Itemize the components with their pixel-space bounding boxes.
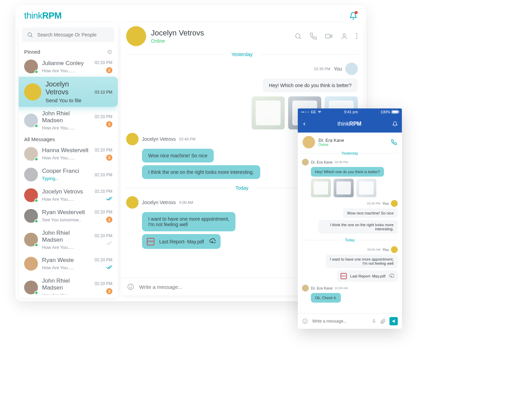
search-button[interactable] (294, 32, 302, 40)
svg-rect-15 (373, 319, 375, 322)
conversation-item[interactable]: Julianne Conley How Are You...... 02:20 … (19, 56, 118, 77)
conversation-item[interactable]: John Rhiel Madsen How Are You..... 02:20… (19, 226, 118, 253)
emoji-button[interactable] (127, 283, 134, 291)
chat-header: Jocelyn Vetrovs Online (121, 23, 363, 50)
sender-name: Dr. Era Kane (311, 160, 333, 164)
file-attachment[interactable]: PDF Last Report- May.pdf (337, 270, 398, 282)
svg-point-2 (296, 34, 300, 38)
message-bubble: Hey! Which one do you think is better? (311, 167, 384, 177)
topbar: thinkRPM (16, 5, 366, 23)
profile-button[interactable] (341, 32, 348, 40)
avatar (24, 257, 38, 271)
download-icon[interactable] (389, 273, 394, 279)
status-time: 9:41 pm (344, 110, 358, 114)
call-button[interactable] (310, 32, 317, 40)
mobile-notifications-button[interactable] (392, 121, 398, 127)
svg-point-6 (356, 33, 357, 35)
avatar (24, 209, 38, 223)
presence-dot-icon (34, 199, 38, 202)
svg-point-13 (304, 320, 304, 321)
presence-dot-icon (34, 219, 38, 223)
voice-button[interactable] (372, 318, 376, 324)
download-icon[interactable] (209, 238, 216, 245)
signal-icon: ••◦◦◦ (301, 110, 310, 114)
conversation-item[interactable]: Cooper Franci Typing... 02:20 PM (19, 164, 118, 185)
avatar (24, 188, 38, 202)
presence-dot-icon (34, 243, 38, 247)
wifi-icon (317, 110, 322, 114)
presence-dot-icon (34, 124, 38, 128)
chat-actions (294, 32, 358, 40)
conversation-item[interactable]: Ryan Weste How Are You..... 02:20 PM (19, 253, 118, 274)
image-attachments (311, 179, 398, 197)
search-box[interactable] (22, 28, 114, 42)
sender-name: Jocelyn Vetrovs (142, 136, 176, 142)
image-thumbnail[interactable] (311, 179, 331, 197)
unread-badge: 1 (106, 217, 112, 223)
notification-dot-icon (355, 11, 358, 14)
image-thumbnail[interactable] (252, 96, 285, 129)
pdf-icon: PDF (147, 238, 154, 245)
conversation-item[interactable]: John Rhiel Madsen How Are You...... 02:2… (19, 107, 118, 131)
typing-indicator: Typing... (42, 176, 91, 181)
pinned-header: Pinned (19, 47, 118, 56)
read-check-icon (106, 264, 112, 271)
sidebar: Pinned Julianne Conley How Are You......… (19, 23, 118, 298)
conversation-item[interactable]: Hanna Westervelt How Are You...... 02:20… (19, 144, 118, 164)
contact-status: Online (318, 143, 344, 147)
chat-avatar (126, 26, 146, 46)
file-name: Last Report- May.pdf (350, 274, 385, 278)
video-button[interactable] (325, 32, 333, 40)
sender-name: Dr. Era Kane (311, 286, 333, 290)
back-button[interactable] (302, 122, 307, 126)
svg-line-1 (31, 36, 32, 37)
svg-point-12 (303, 319, 307, 324)
file-attachment[interactable]: PDF Last Report- May.pdf (142, 234, 221, 249)
call-button[interactable] (391, 139, 397, 145)
image-thumbnail[interactable] (356, 179, 376, 197)
unread-badge: 3 (106, 121, 112, 127)
message-bubble: I think the one on the right looks more … (142, 165, 260, 179)
unread-badge: 3 (106, 288, 112, 294)
avatar (24, 114, 38, 127)
avatar-small (302, 159, 309, 166)
send-button[interactable] (389, 317, 398, 325)
mobile-contact-header: Dr. Era Kane Online (298, 133, 402, 150)
mobile-brand-logo: thinkRPM (310, 121, 389, 127)
sender-you-label: You (382, 201, 389, 206)
sender-you-label: You (382, 248, 389, 252)
message-bubble: Hey! Which one do you think is better? (263, 78, 358, 92)
more-button[interactable] (356, 32, 358, 40)
read-check-icon (106, 240, 112, 246)
conversation-item[interactable]: John Rhiel Madsen How Are You...... 02:2… (19, 274, 118, 295)
read-check-icon (106, 196, 112, 202)
attach-button[interactable] (380, 318, 386, 324)
message-bubble: I want to have one more appointment, I'm… (326, 254, 398, 268)
message-bubble: I think the one on the right looks more … (318, 220, 398, 234)
conversation-item[interactable]: Ryan Westervelt See You tomorrow.. 02:20… (19, 206, 118, 226)
avatar-small (126, 133, 139, 145)
carrier-label: EE (311, 110, 316, 114)
emoji-button[interactable] (302, 318, 308, 324)
pdf-icon: PDF (341, 273, 347, 279)
pinned-list: Julianne Conley How Are You...... 02:20 … (19, 56, 118, 131)
image-thumbnail[interactable] (334, 179, 354, 197)
conversation-item-active[interactable]: Jocelyn Vetrovs Send You to file 03:10 P… (19, 77, 118, 107)
svg-rect-4 (326, 34, 330, 38)
avatar (24, 168, 38, 181)
avatar-small (391, 200, 398, 207)
notifications-button[interactable] (349, 12, 357, 20)
brand-logo: thinkRPM (24, 10, 62, 21)
message-bubble: I want to have one more appointment, I'm… (142, 212, 235, 231)
svg-point-9 (128, 284, 134, 290)
mobile-preview: ••◦◦◦ EE 9:41 pm 100% thinkRPM Dr. Era K… (298, 108, 402, 329)
conversation-item[interactable]: Jocelyn Vetrovs How Are You..... 02:20 P… (19, 185, 118, 206)
svg-point-10 (130, 286, 130, 286)
pin-icon (107, 49, 112, 55)
mobile-message-input[interactable] (312, 318, 368, 324)
mobile-messages: Dr. Era Kane 02:30 PM Hey! Which one do … (298, 157, 402, 313)
chat-contact-name: Jocelyn Vetrovs (151, 29, 204, 38)
search-input[interactable] (37, 32, 110, 38)
unread-badge: 5 (106, 155, 112, 161)
svg-point-14 (306, 320, 306, 321)
